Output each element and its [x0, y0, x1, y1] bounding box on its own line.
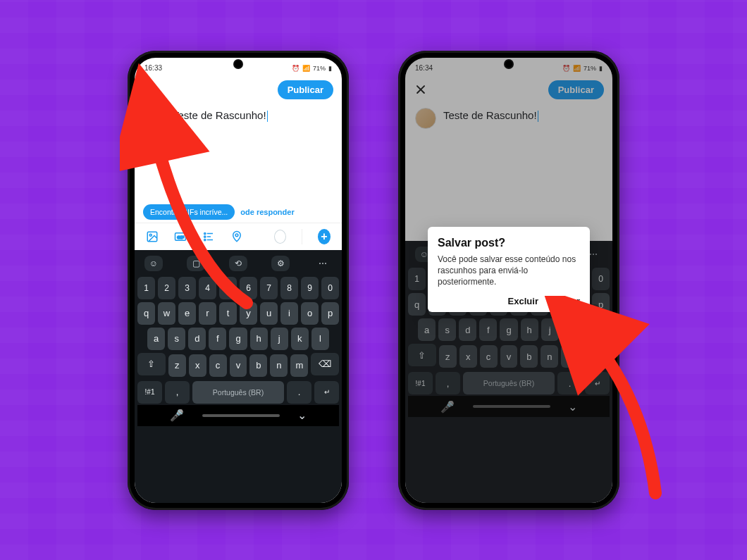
key[interactable]: g	[229, 328, 247, 350]
key[interactable]: v	[230, 354, 247, 377]
key[interactable]: 5	[219, 277, 237, 299]
draft-text[interactable]: Teste de Rascunho!	[443, 108, 538, 129]
close-icon[interactable]	[143, 82, 157, 97]
publish-button[interactable]: Publicar	[548, 80, 604, 99]
symbols-key[interactable]: !#1	[137, 381, 162, 404]
key[interactable]: 0	[592, 268, 610, 290]
key[interactable]: x	[189, 354, 206, 377]
key[interactable]: e	[178, 302, 196, 325]
key[interactable]: t	[219, 302, 237, 325]
dot-key[interactable]: .	[557, 372, 582, 394]
key[interactable]: l	[582, 318, 600, 341]
enter-key[interactable]: ↵	[585, 372, 610, 394]
key[interactable]: b	[249, 354, 267, 377]
mic-icon[interactable]: 🎤	[440, 400, 455, 413]
key[interactable]: f	[479, 318, 497, 341]
key[interactable]: h	[250, 328, 268, 350]
key[interactable]: v	[500, 345, 518, 368]
key[interactable]: 2	[158, 277, 175, 299]
translate-button[interactable]: ⟲	[229, 256, 247, 271]
key[interactable]: p	[321, 302, 339, 325]
key[interactable]: j	[541, 318, 559, 341]
gif-icon[interactable]: GIF	[174, 230, 187, 243]
comma-key[interactable]: ,	[165, 381, 190, 404]
key[interactable]: g	[500, 318, 517, 341]
key[interactable]: s	[438, 318, 456, 341]
key[interactable]: n	[541, 345, 558, 368]
key[interactable]: 3	[178, 277, 196, 299]
key[interactable]: m	[290, 354, 308, 377]
shift-key[interactable]: ⇧	[137, 353, 166, 375]
key[interactable]: 1	[408, 268, 426, 290]
key[interactable]: b	[520, 345, 538, 368]
backspace-key[interactable]: ⌫	[581, 344, 610, 366]
key[interactable]: h	[521, 318, 538, 341]
compose-area[interactable]: Teste de Rascunho!	[405, 106, 612, 129]
save-button[interactable]: Salvar	[552, 296, 580, 306]
home-indicator[interactable]	[202, 414, 280, 417]
shift-key[interactable]: ⇧	[408, 344, 436, 366]
who-can-reply-link[interactable]: ode responder	[240, 208, 294, 216]
backspace-key[interactable]: ⌫	[311, 353, 339, 375]
more-button[interactable]: ⋯	[314, 256, 332, 271]
mic-icon[interactable]: 🎤	[170, 409, 184, 422]
key[interactable]: m	[561, 345, 579, 368]
discard-button[interactable]: Excluir	[508, 296, 538, 306]
space-key[interactable]: Português (BR)	[463, 372, 555, 394]
key[interactable]: 7	[260, 277, 278, 299]
key[interactable]: j	[271, 328, 288, 350]
key[interactable]: a	[147, 328, 165, 350]
key[interactable]: n	[270, 354, 288, 377]
key[interactable]: 1	[137, 277, 155, 299]
key[interactable]: 0	[321, 277, 339, 299]
key[interactable]: 9	[301, 277, 319, 299]
key[interactable]: k	[291, 328, 309, 350]
compose-area[interactable]: Teste de Rascunho!	[135, 106, 342, 129]
key[interactable]: z	[168, 354, 186, 377]
key[interactable]: d	[188, 328, 206, 350]
image-icon[interactable]	[146, 230, 159, 243]
key[interactable]: c	[480, 345, 498, 368]
gif-tooltip[interactable]: Encontre GIFs incríve...	[143, 204, 235, 220]
key[interactable]: o	[301, 302, 319, 325]
enter-key[interactable]: ↵	[314, 381, 339, 404]
key[interactable]: y	[240, 302, 257, 325]
key[interactable]: x	[459, 345, 477, 368]
key[interactable]: 4	[199, 277, 216, 299]
compose-fill	[135, 129, 342, 201]
key[interactable]: l	[311, 328, 329, 350]
symbols-key[interactable]: !#1	[408, 372, 433, 394]
collapse-keyboard-icon[interactable]: ⌄	[297, 409, 307, 422]
clipboard-button[interactable]: ▢	[187, 256, 205, 271]
key[interactable]: q	[137, 302, 155, 325]
keyboard[interactable]: ☺ ▢ ⟲ ⚙ ⋯ 1234567890 qwertyuiop asdfghjk…	[135, 250, 342, 503]
key[interactable]: q	[408, 293, 426, 316]
key[interactable]: d	[459, 318, 476, 341]
add-thread-button[interactable]: +	[318, 229, 331, 244]
key[interactable]: a	[418, 318, 436, 341]
key[interactable]: z	[439, 345, 457, 368]
key[interactable]: c	[209, 354, 227, 377]
location-icon[interactable]	[230, 230, 243, 243]
key[interactable]: r	[199, 302, 216, 325]
key[interactable]: i	[280, 302, 298, 325]
home-indicator[interactable]	[473, 405, 550, 408]
key[interactable]: 6	[240, 277, 257, 299]
key[interactable]: k	[562, 318, 579, 341]
attach-toolbar: GIF +	[135, 223, 342, 250]
space-key[interactable]: Português (BR)	[192, 381, 284, 404]
poll-icon[interactable]	[202, 230, 215, 243]
key[interactable]: w	[158, 302, 175, 325]
key[interactable]: u	[260, 302, 278, 325]
publish-button[interactable]: Publicar	[278, 80, 333, 99]
key[interactable]: 8	[280, 277, 298, 299]
close-icon[interactable]	[414, 82, 428, 97]
key[interactable]: s	[168, 328, 185, 350]
collapse-keyboard-icon[interactable]: ⌄	[568, 400, 577, 413]
key[interactable]: f	[209, 328, 226, 350]
draft-text[interactable]: Teste de Rascunho!	[173, 108, 268, 129]
comma-key[interactable]: ,	[436, 372, 460, 394]
emoji-button[interactable]: ☺	[144, 256, 163, 271]
settings-button[interactable]: ⚙	[271, 256, 290, 271]
dot-key[interactable]: .	[287, 381, 311, 404]
